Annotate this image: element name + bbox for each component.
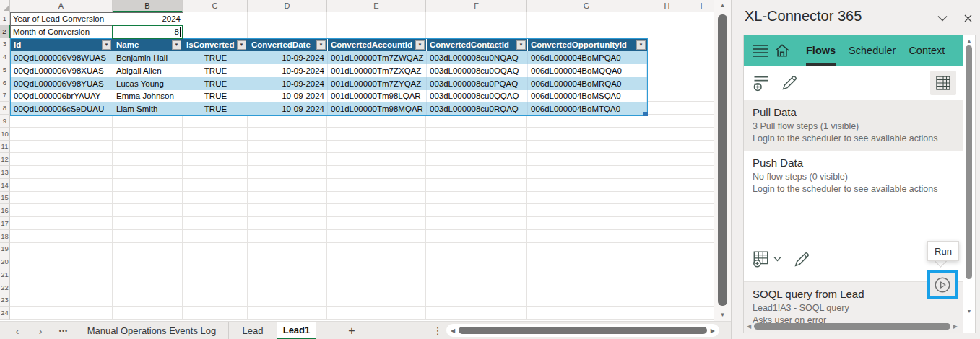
cell[interactable] (688, 115, 714, 128)
column-header-F[interactable]: F (426, 0, 527, 12)
filter-dropdown-icon[interactable]: ▼ (316, 40, 326, 50)
cell[interactable] (327, 141, 426, 154)
cell[interactable] (248, 255, 327, 268)
table-cell[interactable]: 006dL000004BoMQQA0 (528, 64, 647, 77)
cell[interactable] (527, 153, 646, 166)
cell[interactable] (426, 25, 527, 38)
panel-horizontal-scrollbar[interactable]: ◀ ▶ (747, 322, 958, 330)
cell[interactable] (527, 25, 646, 38)
filter-dropdown-icon[interactable]: ▼ (172, 40, 181, 50)
row-header-13[interactable]: 13 (0, 166, 10, 179)
cell[interactable] (10, 230, 113, 243)
column-header-B[interactable]: B (113, 0, 183, 12)
cell[interactable] (183, 217, 248, 230)
filter-dropdown-icon[interactable]: ▼ (636, 40, 646, 50)
table-cell[interactable]: 10-09-2024 (248, 77, 328, 90)
sheet-vscroll-thumb[interactable] (718, 14, 727, 306)
row-header-19[interactable]: 19 (0, 243, 10, 256)
scroll-up-icon[interactable]: ▲ (714, 2, 731, 9)
cell[interactable] (426, 217, 527, 230)
sheet-tab-lead1[interactable]: Lead1 (277, 322, 316, 339)
cell[interactable] (426, 307, 527, 320)
table-cell[interactable]: 006dL000004BoMPQA0 (528, 51, 647, 64)
sheet-nav-left-icon[interactable]: ‹ (10, 322, 25, 339)
cell[interactable] (646, 243, 688, 256)
scroll-up-icon[interactable]: ▲ (963, 38, 975, 43)
cell[interactable] (10, 255, 113, 268)
cell[interactable] (527, 128, 646, 141)
cell[interactable] (183, 115, 248, 128)
column-header-A[interactable]: A (10, 0, 113, 12)
table-cell[interactable]: 001dL00000Tm7ZYQAZ (328, 77, 427, 90)
table-cell[interactable]: 10-09-2024 (248, 64, 328, 77)
table-cell[interactable]: TRUE (183, 102, 248, 115)
table-cell[interactable]: 001dL00000Tm98LQAR (328, 90, 427, 103)
sheet-options-icon[interactable]: ⋮ (432, 322, 443, 339)
cell[interactable] (646, 25, 688, 38)
cell[interactable] (327, 179, 426, 192)
cell[interactable] (113, 115, 183, 128)
cell[interactable] (688, 179, 714, 192)
table-cell[interactable]: TRUE (183, 90, 248, 103)
filter-dropdown-icon[interactable]: ▼ (415, 40, 425, 50)
cell[interactable] (183, 294, 248, 307)
cell[interactable] (426, 12, 527, 25)
row-header-2[interactable]: 2 (0, 25, 10, 38)
table-cell[interactable]: 00QdL000006V98WUAS (11, 51, 113, 64)
cell[interactable] (527, 243, 646, 256)
table-view-button[interactable] (930, 71, 956, 95)
row-header-15[interactable]: 15 (0, 192, 10, 205)
cell[interactable] (248, 204, 327, 217)
cell[interactable] (248, 192, 327, 205)
cell[interactable] (327, 217, 426, 230)
row-header-11[interactable]: 11 (0, 141, 10, 154)
table-cell[interactable]: TRUE (183, 64, 248, 77)
cell[interactable] (113, 243, 183, 256)
add-flow-icon[interactable] (751, 73, 771, 92)
row-header-18[interactable]: 18 (0, 230, 10, 243)
filter-dropdown-icon[interactable]: ▼ (237, 40, 246, 50)
table-cell[interactable]: 10-09-2024 (248, 102, 328, 115)
tab-context[interactable]: Context (909, 35, 945, 66)
cell[interactable] (527, 268, 646, 281)
cell[interactable] (327, 307, 426, 320)
cell[interactable] (327, 243, 426, 256)
scroll-right-icon[interactable]: ▶ (953, 323, 958, 330)
cell[interactable] (183, 243, 248, 256)
table-cell[interactable]: Emma Johnson (113, 90, 183, 103)
sheet-tab-manual-operations-events-log[interactable]: Manual Operations Events Log (75, 322, 229, 339)
flow-group-item[interactable]: Push DataNo flow steps (0 visible)Login … (744, 151, 963, 201)
cell[interactable] (183, 179, 248, 192)
cell[interactable] (688, 153, 714, 166)
cell[interactable] (183, 204, 248, 217)
table-cell[interactable]: 00QdL000006brYAUAY (11, 90, 113, 103)
table-cell[interactable]: 003dL000008cu0OQAQ (427, 64, 528, 77)
table-cell[interactable]: 001dL00000Tm98MQAR (328, 102, 427, 115)
cell[interactable] (646, 179, 688, 192)
cell[interactable] (183, 12, 248, 25)
cell[interactable] (646, 192, 688, 205)
cell[interactable] (113, 294, 183, 307)
cell[interactable] (426, 141, 527, 154)
cell[interactable] (527, 204, 646, 217)
cell[interactable] (113, 230, 183, 243)
add-step-icon[interactable] (751, 250, 770, 268)
cell[interactable] (688, 217, 714, 230)
cell[interactable] (10, 179, 113, 192)
cell[interactable] (248, 115, 327, 128)
select-all-corner[interactable] (0, 0, 10, 12)
table-cell[interactable]: TRUE (183, 51, 248, 64)
add-step-chevron-icon[interactable] (773, 256, 781, 262)
row-header-8[interactable]: 8 (0, 102, 10, 115)
cell[interactable] (688, 243, 714, 256)
cell[interactable] (426, 115, 527, 128)
cell[interactable] (248, 12, 327, 25)
cell[interactable] (327, 268, 426, 281)
tab-scheduler[interactable]: Scheduler (849, 35, 896, 66)
cell[interactable] (688, 38, 714, 51)
table-cell[interactable]: Benjamin Hall (113, 51, 183, 64)
cell[interactable] (527, 166, 646, 179)
cell[interactable] (688, 230, 714, 243)
cell[interactable] (10, 307, 113, 320)
row-header-16[interactable]: 16 (0, 204, 10, 217)
